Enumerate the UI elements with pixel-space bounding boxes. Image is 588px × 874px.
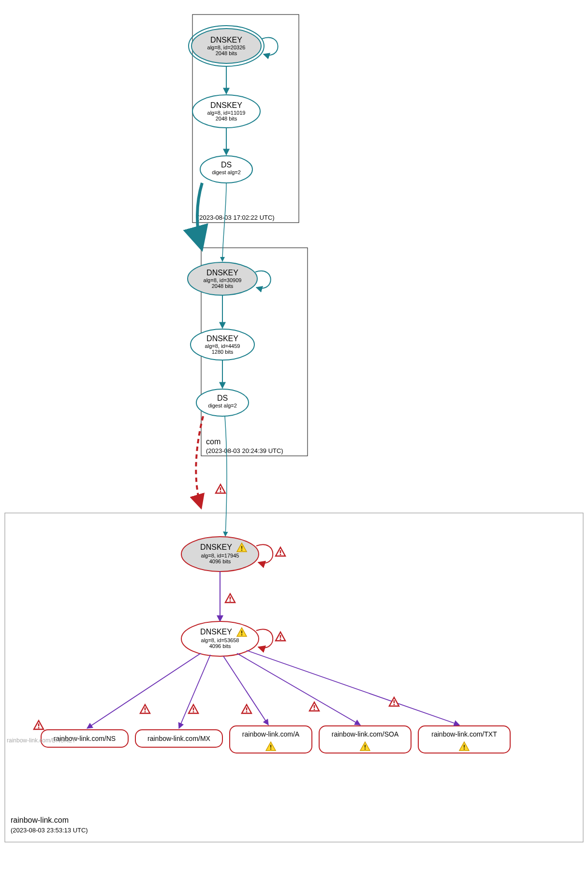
svg-text:alg=8, id=30909: alg=8, id=30909 [204,277,242,283]
edge-com-to-domain-zone [196,416,203,508]
warn-icon [140,705,150,713]
rrset-dnskey-gray: rainbow-link.com/DNSKEY [7,737,76,744]
svg-text:rainbow-link.com/MX: rainbow-link.com/MX [147,735,211,742]
svg-text:DNSKEY: DNSKEY [210,101,242,109]
svg-text:2048 bits: 2048 bits [216,116,237,121]
node-com-zsk: DNSKEY alg=8, id=4459 1280 bits [191,329,254,360]
warn-icon [189,705,198,713]
svg-text:2048 bits: 2048 bits [212,283,234,289]
svg-text:alg=8, id=20326: alg=8, id=20326 [207,45,246,50]
zone-time-root: (2023-08-03 17:02:22 UTC) [197,214,275,221]
svg-text:rainbow-link.com/TXT: rainbow-link.com/TXT [431,730,497,738]
edge-zsk-a [223,656,268,725]
edge-zsk-txt [247,650,459,725]
rrset-a: rainbow-link.com/A [230,726,312,753]
rrset-soa: rainbow-link.com/SOA [319,726,411,753]
warn-icon [276,632,285,641]
svg-text:DNSKEY: DNSKEY [206,334,238,343]
rrset-mx: rainbow-link.com/MX [135,730,222,747]
svg-text:DNSKEY: DNSKEY [210,36,242,44]
svg-text:rainbow-link.com/A: rainbow-link.com/A [242,730,300,738]
zone-name-domain: rainbow-link.com [11,816,69,824]
svg-text:2048 bits: 2048 bits [216,50,237,56]
warn-icon [242,705,251,713]
dnssec-diagram: . (2023-08-03 17:02:22 UTC) DNSKEY alg=8… [0,0,588,874]
svg-text:alg=8, id=17945: alg=8, id=17945 [201,553,239,558]
edge-root-ds-to-com-ksk [222,183,226,261]
svg-text:alg=8, id=4459: alg=8, id=4459 [205,343,240,349]
zone-box-domain [5,513,583,842]
svg-text:digest alg=2: digest alg=2 [208,403,237,408]
zone-name-com: com [206,437,220,446]
svg-text:alg=8, id=53658: alg=8, id=53658 [201,637,239,643]
svg-text:digest alg=2: digest alg=2 [212,169,241,175]
svg-text:DS: DS [217,394,228,402]
edge-zsk-mx [179,655,210,728]
warn-icon [34,721,44,729]
node-root-ds: DS digest alg=2 [200,156,252,183]
zone-time-domain: (2023-08-03 23:53:13 UTC) [11,827,88,834]
svg-text:alg=8, id=11019: alg=8, id=11019 [207,110,246,116]
svg-text:DNSKEY: DNSKEY [200,543,232,551]
node-com-ksk: DNSKEY alg=8, id=30909 2048 bits [188,262,257,295]
svg-text:DS: DS [221,161,232,169]
node-root-zsk: DNSKEY alg=8, id=11019 2048 bits [192,95,260,128]
warn-icon [225,594,235,603]
node-dom-ksk: DNSKEY alg=8, id=17945 4096 bits [181,537,259,572]
svg-text:4096 bits: 4096 bits [209,643,231,649]
edge-zsk-soa [237,653,360,725]
svg-text:DNSKEY: DNSKEY [206,269,238,277]
svg-text:4096 bits: 4096 bits [209,558,231,564]
warn-icon [389,697,399,706]
edge-com-ds-to-dom-ksk [225,416,227,536]
warn-icon [309,702,319,711]
svg-text:DNSKEY: DNSKEY [200,628,232,636]
svg-text:1280 bits: 1280 bits [212,349,234,355]
warn-icon [216,484,225,493]
zone-time-com: (2023-08-03 20:24:39 UTC) [206,447,283,454]
node-root-ksk: DNSKEY alg=8, id=20326 2048 bits [189,26,264,66]
svg-text:rainbow-link.com/SOA: rainbow-link.com/SOA [332,730,399,738]
warn-icon [276,547,285,556]
node-com-ds: DS digest alg=2 [196,389,249,416]
rrset-txt: rainbow-link.com/TXT [418,726,510,753]
